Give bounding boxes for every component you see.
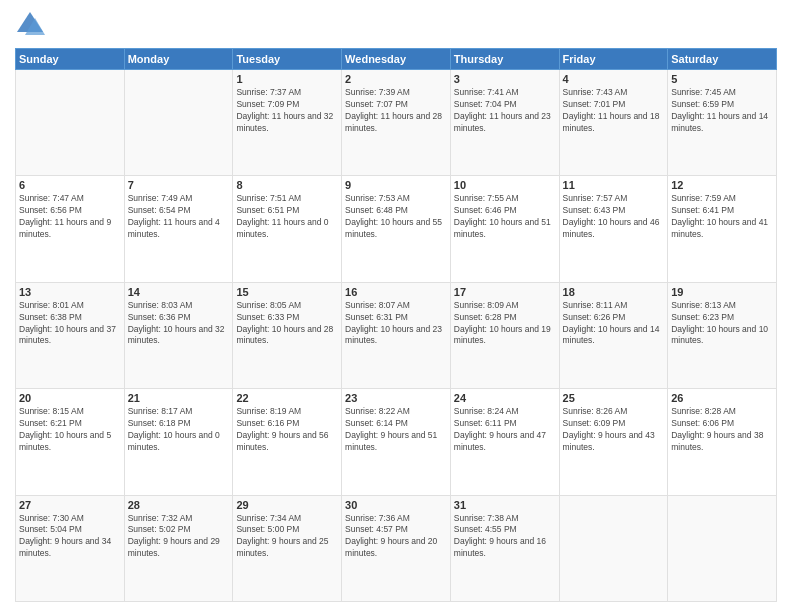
day-number: 16: [345, 286, 447, 298]
weekday-header-monday: Monday: [124, 49, 233, 70]
day-cell: 31Sunrise: 7:38 AMSunset: 4:55 PMDayligh…: [450, 495, 559, 601]
day-cell: 14Sunrise: 8:03 AMSunset: 6:36 PMDayligh…: [124, 282, 233, 388]
day-info: Sunrise: 7:32 AMSunset: 5:02 PMDaylight:…: [128, 513, 230, 561]
day-number: 25: [563, 392, 665, 404]
week-row-2: 6Sunrise: 7:47 AMSunset: 6:56 PMDaylight…: [16, 176, 777, 282]
day-number: 11: [563, 179, 665, 191]
day-info: Sunrise: 7:49 AMSunset: 6:54 PMDaylight:…: [128, 193, 230, 241]
day-cell: 23Sunrise: 8:22 AMSunset: 6:14 PMDayligh…: [342, 389, 451, 495]
day-number: 8: [236, 179, 338, 191]
day-number: 31: [454, 499, 556, 511]
day-info: Sunrise: 8:22 AMSunset: 6:14 PMDaylight:…: [345, 406, 447, 454]
day-number: 23: [345, 392, 447, 404]
day-info: Sunrise: 8:17 AMSunset: 6:18 PMDaylight:…: [128, 406, 230, 454]
day-cell: 22Sunrise: 8:19 AMSunset: 6:16 PMDayligh…: [233, 389, 342, 495]
day-info: Sunrise: 7:47 AMSunset: 6:56 PMDaylight:…: [19, 193, 121, 241]
week-row-1: 1Sunrise: 7:37 AMSunset: 7:09 PMDaylight…: [16, 70, 777, 176]
weekday-header-wednesday: Wednesday: [342, 49, 451, 70]
day-number: 29: [236, 499, 338, 511]
day-info: Sunrise: 7:53 AMSunset: 6:48 PMDaylight:…: [345, 193, 447, 241]
day-cell: 15Sunrise: 8:05 AMSunset: 6:33 PMDayligh…: [233, 282, 342, 388]
day-info: Sunrise: 8:05 AMSunset: 6:33 PMDaylight:…: [236, 300, 338, 348]
day-number: 10: [454, 179, 556, 191]
weekday-header-sunday: Sunday: [16, 49, 125, 70]
day-cell: 29Sunrise: 7:34 AMSunset: 5:00 PMDayligh…: [233, 495, 342, 601]
day-info: Sunrise: 7:55 AMSunset: 6:46 PMDaylight:…: [454, 193, 556, 241]
day-number: 6: [19, 179, 121, 191]
day-number: 17: [454, 286, 556, 298]
day-number: 5: [671, 73, 773, 85]
day-number: 27: [19, 499, 121, 511]
day-cell: 8Sunrise: 7:51 AMSunset: 6:51 PMDaylight…: [233, 176, 342, 282]
weekday-header-saturday: Saturday: [668, 49, 777, 70]
day-info: Sunrise: 7:43 AMSunset: 7:01 PMDaylight:…: [563, 87, 665, 135]
day-cell: 9Sunrise: 7:53 AMSunset: 6:48 PMDaylight…: [342, 176, 451, 282]
day-info: Sunrise: 7:38 AMSunset: 4:55 PMDaylight:…: [454, 513, 556, 561]
week-row-5: 27Sunrise: 7:30 AMSunset: 5:04 PMDayligh…: [16, 495, 777, 601]
day-cell: 4Sunrise: 7:43 AMSunset: 7:01 PMDaylight…: [559, 70, 668, 176]
day-info: Sunrise: 7:51 AMSunset: 6:51 PMDaylight:…: [236, 193, 338, 241]
day-info: Sunrise: 7:34 AMSunset: 5:00 PMDaylight:…: [236, 513, 338, 561]
day-cell: 28Sunrise: 7:32 AMSunset: 5:02 PMDayligh…: [124, 495, 233, 601]
day-number: 3: [454, 73, 556, 85]
logo: [15, 10, 49, 40]
day-number: 7: [128, 179, 230, 191]
day-number: 30: [345, 499, 447, 511]
day-number: 9: [345, 179, 447, 191]
day-info: Sunrise: 8:03 AMSunset: 6:36 PMDaylight:…: [128, 300, 230, 348]
week-row-4: 20Sunrise: 8:15 AMSunset: 6:21 PMDayligh…: [16, 389, 777, 495]
day-cell: 3Sunrise: 7:41 AMSunset: 7:04 PMDaylight…: [450, 70, 559, 176]
day-cell: 19Sunrise: 8:13 AMSunset: 6:23 PMDayligh…: [668, 282, 777, 388]
weekday-header-tuesday: Tuesday: [233, 49, 342, 70]
day-cell: 20Sunrise: 8:15 AMSunset: 6:21 PMDayligh…: [16, 389, 125, 495]
day-info: Sunrise: 7:37 AMSunset: 7:09 PMDaylight:…: [236, 87, 338, 135]
day-number: 21: [128, 392, 230, 404]
day-cell: 18Sunrise: 8:11 AMSunset: 6:26 PMDayligh…: [559, 282, 668, 388]
day-cell: 13Sunrise: 8:01 AMSunset: 6:38 PMDayligh…: [16, 282, 125, 388]
day-number: 1: [236, 73, 338, 85]
day-info: Sunrise: 8:26 AMSunset: 6:09 PMDaylight:…: [563, 406, 665, 454]
day-cell: 6Sunrise: 7:47 AMSunset: 6:56 PMDaylight…: [16, 176, 125, 282]
day-cell: 30Sunrise: 7:36 AMSunset: 4:57 PMDayligh…: [342, 495, 451, 601]
day-info: Sunrise: 8:01 AMSunset: 6:38 PMDaylight:…: [19, 300, 121, 348]
logo-icon: [15, 10, 45, 40]
day-number: 20: [19, 392, 121, 404]
day-info: Sunrise: 8:28 AMSunset: 6:06 PMDaylight:…: [671, 406, 773, 454]
day-number: 13: [19, 286, 121, 298]
day-info: Sunrise: 8:13 AMSunset: 6:23 PMDaylight:…: [671, 300, 773, 348]
day-info: Sunrise: 8:19 AMSunset: 6:16 PMDaylight:…: [236, 406, 338, 454]
day-cell: 12Sunrise: 7:59 AMSunset: 6:41 PMDayligh…: [668, 176, 777, 282]
day-info: Sunrise: 8:24 AMSunset: 6:11 PMDaylight:…: [454, 406, 556, 454]
day-cell: 7Sunrise: 7:49 AMSunset: 6:54 PMDaylight…: [124, 176, 233, 282]
day-cell: 2Sunrise: 7:39 AMSunset: 7:07 PMDaylight…: [342, 70, 451, 176]
day-number: 19: [671, 286, 773, 298]
day-cell: 17Sunrise: 8:09 AMSunset: 6:28 PMDayligh…: [450, 282, 559, 388]
day-info: Sunrise: 7:30 AMSunset: 5:04 PMDaylight:…: [19, 513, 121, 561]
day-cell: 26Sunrise: 8:28 AMSunset: 6:06 PMDayligh…: [668, 389, 777, 495]
calendar: SundayMondayTuesdayWednesdayThursdayFrid…: [15, 48, 777, 602]
week-row-3: 13Sunrise: 8:01 AMSunset: 6:38 PMDayligh…: [16, 282, 777, 388]
day-cell: 25Sunrise: 8:26 AMSunset: 6:09 PMDayligh…: [559, 389, 668, 495]
day-info: Sunrise: 8:09 AMSunset: 6:28 PMDaylight:…: [454, 300, 556, 348]
weekday-header-row: SundayMondayTuesdayWednesdayThursdayFrid…: [16, 49, 777, 70]
day-cell: [668, 495, 777, 601]
day-number: 14: [128, 286, 230, 298]
header: [15, 10, 777, 40]
day-info: Sunrise: 7:45 AMSunset: 6:59 PMDaylight:…: [671, 87, 773, 135]
day-info: Sunrise: 7:39 AMSunset: 7:07 PMDaylight:…: [345, 87, 447, 135]
day-cell: [16, 70, 125, 176]
day-cell: [559, 495, 668, 601]
day-number: 26: [671, 392, 773, 404]
day-cell: 1Sunrise: 7:37 AMSunset: 7:09 PMDaylight…: [233, 70, 342, 176]
day-number: 24: [454, 392, 556, 404]
day-cell: 5Sunrise: 7:45 AMSunset: 6:59 PMDaylight…: [668, 70, 777, 176]
day-number: 18: [563, 286, 665, 298]
day-number: 28: [128, 499, 230, 511]
weekday-header-friday: Friday: [559, 49, 668, 70]
day-info: Sunrise: 7:36 AMSunset: 4:57 PMDaylight:…: [345, 513, 447, 561]
page: SundayMondayTuesdayWednesdayThursdayFrid…: [0, 0, 792, 612]
day-cell: 27Sunrise: 7:30 AMSunset: 5:04 PMDayligh…: [16, 495, 125, 601]
day-number: 4: [563, 73, 665, 85]
day-info: Sunrise: 8:07 AMSunset: 6:31 PMDaylight:…: [345, 300, 447, 348]
day-info: Sunrise: 8:15 AMSunset: 6:21 PMDaylight:…: [19, 406, 121, 454]
